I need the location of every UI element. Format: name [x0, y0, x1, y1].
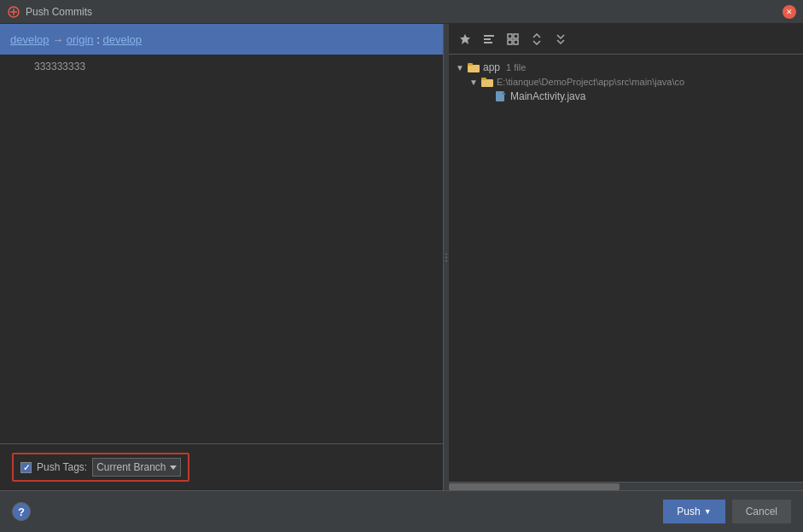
tree-item-path[interactable]: E:\tianque\DemoProject\app\src\main\java…	[449, 75, 803, 89]
push-button[interactable]: Push ▼	[663, 500, 724, 523]
diff-button[interactable]	[480, 30, 498, 49]
folder-icon-app	[468, 62, 480, 72]
push-tags-checkbox[interactable]: ✓	[20, 462, 32, 473]
right-toolbar	[449, 24, 803, 55]
window-title: Push Commits	[26, 6, 92, 18]
push-tags-checkbox-container[interactable]: ✓	[20, 462, 32, 473]
collapse-button[interactable]	[551, 30, 570, 49]
left-panel: develop → origin : develop 333333333 ✓ P…	[0, 24, 444, 490]
title-bar-left: Push Commits	[7, 5, 92, 19]
target-branch: develop	[102, 33, 142, 46]
right-panel: app 1 file E:\tianque\DemoProject\app\sr…	[449, 24, 803, 490]
child-path-label: E:\tianque\DemoProject\app\src\main\java…	[497, 77, 684, 87]
svg-rect-4	[484, 38, 491, 40]
svg-rect-9	[514, 40, 518, 44]
scrollbar-thumb-horizontal[interactable]	[449, 483, 620, 490]
svg-rect-12	[481, 79, 493, 87]
action-bar: ? Push ▼ Cancel	[0, 490, 803, 532]
push-label: Push	[677, 506, 700, 518]
pin-button[interactable]	[456, 30, 474, 49]
tree-item-mainactivity[interactable]: MainActivity.java	[449, 89, 803, 104]
root-app-count: 1 file	[503, 62, 526, 72]
splitter-dots	[445, 253, 447, 262]
root-app-label: app	[483, 61, 500, 73]
cancel-button[interactable]: Cancel	[732, 500, 791, 523]
main-content: develop → origin : develop 333333333 ✓ P…	[0, 24, 803, 490]
horizontal-scrollbar[interactable]	[449, 482, 803, 490]
commit-hash: 333333333	[34, 61, 85, 72]
current-branch-dropdown[interactable]: Current Branch	[92, 458, 180, 477]
checkmark-icon: ✓	[23, 463, 30, 472]
file-tree: app 1 file E:\tianque\DemoProject\app\sr…	[449, 55, 803, 482]
file-name-label: MainActivity.java	[510, 90, 585, 102]
svg-rect-13	[481, 78, 486, 80]
tree-item-app[interactable]: app 1 file	[449, 60, 803, 75]
help-button[interactable]: ?	[12, 502, 31, 521]
branch-header: develop → origin : develop	[0, 24, 443, 55]
remote-name: origin	[67, 33, 94, 46]
svg-rect-10	[468, 65, 480, 72]
help-icon: ?	[18, 506, 25, 518]
svg-rect-5	[484, 42, 492, 43]
push-tags-label: Push Tags:	[37, 461, 87, 473]
expand-button[interactable]	[527, 30, 546, 49]
title-bar: Push Commits ✕	[0, 0, 803, 24]
svg-marker-15	[503, 91, 506, 95]
folder-icon-path	[481, 77, 493, 87]
svg-rect-11	[468, 63, 473, 66]
push-tags-bar: ✓ Push Tags: Current Branch	[0, 443, 443, 490]
svg-rect-8	[508, 40, 512, 44]
close-button[interactable]: ✕	[783, 5, 796, 19]
tree-arrow-app	[456, 63, 464, 72]
view-button[interactable]	[503, 30, 522, 49]
push-dropdown-arrow: ▼	[704, 507, 712, 516]
app-icon	[7, 5, 20, 19]
java-file-icon	[495, 90, 507, 102]
source-branch: develop	[10, 33, 49, 46]
push-tags-section: ✓ Push Tags: Current Branch	[12, 453, 189, 482]
commit-list: 333333333	[0, 55, 443, 443]
svg-rect-3	[484, 35, 494, 37]
svg-rect-6	[508, 34, 512, 38]
window-controls: ✕	[783, 5, 796, 19]
dropdown-arrow-icon	[170, 466, 177, 470]
list-item: 333333333	[0, 58, 443, 75]
tree-arrow-path	[469, 78, 478, 87]
svg-rect-7	[514, 34, 518, 38]
branch-display: develop → origin : develop	[10, 33, 142, 46]
dropdown-value: Current Branch	[96, 461, 166, 473]
